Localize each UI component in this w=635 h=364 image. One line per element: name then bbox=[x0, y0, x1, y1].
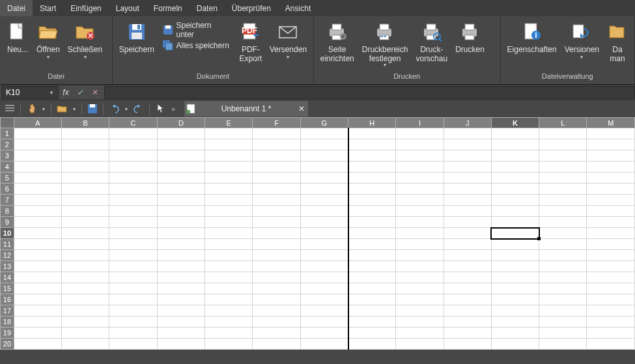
cell[interactable] bbox=[109, 328, 157, 339]
send-button[interactable]: Versenden ▾ bbox=[266, 19, 311, 70]
cell[interactable] bbox=[14, 305, 61, 316]
cell[interactable] bbox=[587, 283, 635, 294]
cell[interactable] bbox=[348, 195, 396, 206]
column-header[interactable]: A bbox=[14, 118, 61, 128]
cell[interactable] bbox=[157, 250, 205, 261]
cell[interactable] bbox=[444, 328, 491, 339]
row-header[interactable]: 1 bbox=[1, 128, 14, 139]
cell[interactable] bbox=[300, 150, 348, 161]
cell[interactable] bbox=[62, 161, 109, 173]
cell[interactable] bbox=[14, 173, 61, 184]
cell[interactable] bbox=[491, 283, 539, 294]
spreadsheet-grid[interactable]: ABCDEFGHIJKLM123456789101112131415161718… bbox=[0, 117, 635, 350]
cell[interactable] bbox=[109, 128, 157, 139]
cell[interactable] bbox=[444, 228, 491, 239]
cell[interactable] bbox=[539, 228, 587, 239]
cell[interactable] bbox=[205, 283, 253, 294]
cell[interactable] bbox=[253, 339, 300, 350]
cell[interactable] bbox=[109, 195, 157, 206]
print-button[interactable]: Drucken bbox=[451, 19, 488, 70]
row-header[interactable]: 2 bbox=[1, 139, 14, 150]
cell[interactable] bbox=[157, 272, 205, 283]
column-header[interactable]: K bbox=[491, 118, 539, 128]
close-button[interactable]: ✕ Schließen ▾ bbox=[64, 19, 106, 70]
cell[interactable] bbox=[109, 139, 157, 150]
cell[interactable] bbox=[253, 316, 300, 328]
row-header[interactable]: 4 bbox=[1, 161, 14, 173]
cell[interactable] bbox=[300, 228, 348, 239]
row-header[interactable]: 20 bbox=[1, 339, 14, 350]
cell[interactable] bbox=[444, 128, 491, 139]
cell[interactable] bbox=[444, 339, 491, 350]
cell[interactable] bbox=[300, 339, 348, 350]
cell[interactable] bbox=[205, 161, 253, 173]
cell[interactable] bbox=[253, 206, 300, 217]
cell[interactable] bbox=[491, 239, 539, 250]
cell[interactable] bbox=[109, 272, 157, 283]
save-button[interactable]: Speichern bbox=[115, 19, 158, 70]
row-header[interactable]: 15 bbox=[1, 283, 14, 294]
cell[interactable] bbox=[396, 250, 444, 261]
cell[interactable] bbox=[205, 139, 253, 150]
cell[interactable] bbox=[491, 139, 539, 150]
cell[interactable] bbox=[587, 228, 635, 239]
cell[interactable] bbox=[157, 139, 205, 150]
cell[interactable] bbox=[587, 239, 635, 250]
cell[interactable] bbox=[348, 150, 396, 161]
cell[interactable] bbox=[157, 316, 205, 328]
row-header[interactable]: 13 bbox=[1, 261, 14, 272]
chevron-down-icon[interactable]: ▾ bbox=[70, 102, 78, 116]
cell[interactable] bbox=[62, 195, 109, 206]
cell[interactable] bbox=[539, 272, 587, 283]
cell[interactable] bbox=[539, 195, 587, 206]
cell[interactable] bbox=[253, 217, 300, 228]
cell[interactable] bbox=[109, 184, 157, 195]
row-header[interactable]: 14 bbox=[1, 272, 14, 283]
file-manager-button[interactable]: Da man bbox=[603, 19, 632, 70]
cell[interactable] bbox=[300, 161, 348, 173]
cell[interactable] bbox=[539, 217, 587, 228]
cell[interactable] bbox=[300, 217, 348, 228]
menu-item-daten[interactable]: Daten bbox=[190, 0, 225, 16]
cell[interactable] bbox=[539, 128, 587, 139]
cell[interactable] bbox=[253, 250, 300, 261]
cell[interactable] bbox=[109, 305, 157, 316]
cell[interactable] bbox=[109, 250, 157, 261]
cell[interactable] bbox=[444, 184, 491, 195]
cell[interactable] bbox=[348, 272, 396, 283]
column-header[interactable]: I bbox=[396, 118, 444, 128]
cell[interactable] bbox=[444, 261, 491, 272]
cell[interactable] bbox=[14, 161, 61, 173]
cell[interactable] bbox=[444, 283, 491, 294]
row-header[interactable]: 17 bbox=[1, 305, 14, 316]
column-header[interactable]: E bbox=[205, 118, 253, 128]
cell[interactable] bbox=[348, 239, 396, 250]
cell[interactable] bbox=[587, 328, 635, 339]
cell[interactable] bbox=[396, 339, 444, 350]
cell[interactable] bbox=[14, 316, 61, 328]
cell[interactable] bbox=[587, 206, 635, 217]
cell[interactable] bbox=[539, 305, 587, 316]
cell[interactable] bbox=[300, 139, 348, 150]
cell[interactable] bbox=[491, 217, 539, 228]
row-header[interactable]: 11 bbox=[1, 239, 14, 250]
cell[interactable] bbox=[62, 206, 109, 217]
cell[interactable] bbox=[109, 316, 157, 328]
cell[interactable] bbox=[14, 283, 61, 294]
cell[interactable] bbox=[157, 150, 205, 161]
cell[interactable] bbox=[587, 150, 635, 161]
cell[interactable] bbox=[205, 305, 253, 316]
cell[interactable] bbox=[14, 128, 61, 139]
cell-reference-box[interactable]: K10 ▼ bbox=[1, 86, 59, 99]
row-header[interactable]: 19 bbox=[1, 328, 14, 339]
cell[interactable] bbox=[444, 206, 491, 217]
cell[interactable] bbox=[587, 173, 635, 184]
cell[interactable] bbox=[14, 261, 61, 272]
cell[interactable] bbox=[300, 239, 348, 250]
row-header[interactable]: 12 bbox=[1, 250, 14, 261]
cell[interactable] bbox=[62, 250, 109, 261]
cell[interactable] bbox=[444, 250, 491, 261]
cell[interactable] bbox=[300, 328, 348, 339]
cell[interactable] bbox=[205, 261, 253, 272]
cell[interactable] bbox=[444, 139, 491, 150]
